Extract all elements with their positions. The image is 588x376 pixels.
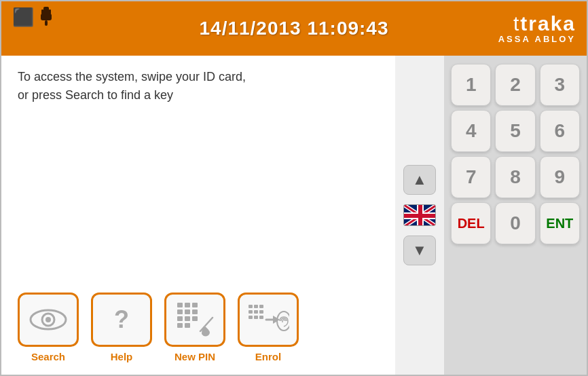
svg-rect-14	[177, 316, 183, 321]
enrol-button[interactable]: Enrol	[238, 293, 299, 362]
svg-point-7	[45, 317, 51, 322]
svg-rect-12	[185, 309, 190, 314]
svg-rect-4	[49, 10, 51, 14]
help-label: Help	[111, 351, 133, 362]
action-buttons: Search ? Help	[18, 293, 379, 375]
svg-rect-8	[177, 303, 183, 307]
numpad: 1 2 3 4 5 6 7 8 9 DEL 0 ENT	[444, 56, 587, 375]
logo-traka: ttraka	[513, 14, 576, 34]
search-button[interactable]: Search	[18, 293, 79, 362]
screen: ⬛ 14/11/2013 11:09:43 ttraka ASSA ABLOY …	[0, 0, 588, 376]
scroll-up-button[interactable]: ▲	[403, 165, 436, 195]
instruction-line2: or press Search to find a key	[18, 86, 379, 105]
instruction-text: To access the system, swipe your ID card…	[18, 68, 379, 105]
numpad-row-2: 4 5 6	[451, 110, 580, 152]
svg-rect-22	[254, 305, 258, 308]
svg-rect-2	[45, 20, 48, 26]
numpad-row-3: 7 8 9	[451, 156, 580, 198]
svg-rect-21	[249, 305, 253, 308]
key-0[interactable]: 0	[495, 202, 535, 244]
key-4[interactable]: 4	[451, 110, 491, 152]
eye-icon	[29, 306, 68, 333]
nav-panel: ▲ ▼	[395, 56, 444, 375]
help-button[interactable]: ? Help	[91, 293, 152, 362]
key-7[interactable]: 7	[451, 156, 491, 198]
main-area: To access the system, swipe your ID card…	[1, 56, 587, 375]
enrol-icon	[247, 301, 289, 339]
search-label: Search	[31, 351, 65, 362]
key-del[interactable]: DEL	[451, 202, 491, 244]
svg-rect-13	[192, 309, 198, 314]
svg-rect-18	[185, 323, 190, 328]
numpad-row-1: 1 2 3	[451, 64, 580, 106]
newpin-label: New PIN	[174, 351, 215, 362]
newpin-button[interactable]: New PIN	[164, 293, 225, 362]
svg-rect-15	[185, 316, 190, 321]
svg-rect-23	[259, 305, 263, 308]
svg-rect-41	[404, 214, 436, 218]
svg-rect-26	[259, 310, 263, 314]
logo-assa-abloy: ASSA ABLOY	[498, 34, 576, 44]
key-1[interactable]: 1	[451, 64, 491, 106]
key-8[interactable]: 8	[495, 156, 535, 198]
left-panel: To access the system, swipe your ID card…	[1, 56, 395, 375]
enrol-label: Enrol	[255, 351, 281, 362]
svg-rect-27	[249, 316, 253, 319]
instruction-line1: To access the system, swipe your ID card…	[18, 68, 379, 86]
svg-rect-28	[254, 316, 258, 319]
svg-rect-24	[249, 310, 253, 314]
svg-rect-1	[41, 14, 52, 20]
newpin-icon	[174, 300, 215, 339]
svg-marker-31	[273, 316, 280, 324]
key-5[interactable]: 5	[495, 110, 535, 152]
key-3[interactable]: 3	[540, 64, 580, 106]
datetime-display: 14/11/2013 11:09:43	[200, 18, 389, 39]
svg-rect-25	[254, 310, 258, 314]
svg-rect-17	[177, 323, 183, 328]
svg-rect-9	[185, 303, 190, 307]
key-2[interactable]: 2	[495, 64, 535, 106]
question-mark-icon: ?	[114, 305, 129, 334]
key-9[interactable]: 9	[540, 156, 580, 198]
key-enter[interactable]: ENT	[540, 202, 580, 244]
language-flag-uk[interactable]	[403, 204, 436, 226]
svg-rect-16	[192, 316, 198, 321]
scroll-down-button[interactable]: ▼	[403, 236, 436, 265]
header: ⬛ 14/11/2013 11:09:43 ttraka ASSA ABLOY	[1, 1, 587, 56]
svg-rect-29	[259, 316, 263, 319]
logo: ttraka ASSA ABLOY	[498, 14, 576, 44]
svg-rect-11	[177, 309, 183, 314]
power-icon: ⬛	[12, 1, 54, 28]
svg-rect-10	[192, 303, 198, 307]
svg-rect-3	[41, 10, 43, 14]
numpad-row-4: DEL 0 ENT	[451, 202, 580, 244]
key-6[interactable]: 6	[540, 110, 580, 152]
